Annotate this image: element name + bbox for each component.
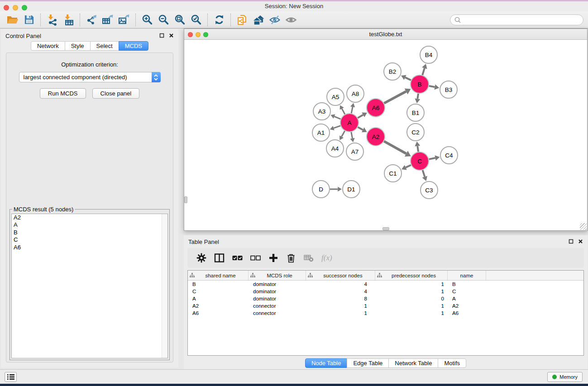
close-window-button[interactable] [4, 5, 9, 10]
zoom-window-button[interactable] [22, 5, 27, 10]
table-row[interactable]: Cdominator41C [188, 288, 583, 295]
close-panel-icon[interactable] [169, 33, 174, 38]
graph-node-A3[interactable]: A3 [313, 103, 330, 120]
add-column-button[interactable] [268, 253, 278, 263]
show-eye-button[interactable] [283, 13, 299, 27]
table-row[interactable]: Adominator80A [188, 295, 583, 302]
column-header-mcds-role[interactable]: MCDS role [249, 271, 306, 280]
delete-column-button[interactable] [286, 253, 296, 263]
graph-node-B[interactable]: B [411, 75, 429, 93]
export-table-button[interactable] [100, 13, 116, 27]
network-canvas[interactable]: AA1A2A3A4A5A6A7A8BB1B2B3B4CC1C2C3C4DD1 [184, 40, 587, 230]
graph-node-B3[interactable]: B3 [440, 81, 457, 98]
home-views-button[interactable] [250, 13, 267, 27]
graph-node-C4[interactable]: C4 [440, 147, 458, 164]
graph-node-C2[interactable]: C2 [407, 124, 424, 141]
graph-edge-A-A4[interactable] [342, 131, 345, 137]
close-panel-icon[interactable] [578, 239, 583, 244]
graph-node-B2[interactable]: B2 [384, 63, 401, 80]
hide-eye-button[interactable] [267, 13, 283, 27]
graph-edge-B-B1[interactable] [417, 94, 418, 99]
graph-node-D1[interactable]: D1 [343, 181, 360, 198]
graph-node-B4[interactable]: B4 [420, 46, 437, 63]
save-session-button[interactable] [21, 13, 37, 27]
zoom-selected-button[interactable] [188, 13, 204, 27]
vertical-scroll-thumb[interactable] [184, 196, 187, 203]
graph-edge-C-C2[interactable] [417, 146, 418, 152]
tab-select[interactable]: Select [90, 41, 119, 51]
graph-edge-C-C4[interactable] [429, 158, 435, 159]
graph-node-A8[interactable]: A8 [347, 85, 364, 102]
graph-node-A4[interactable]: A4 [326, 140, 344, 157]
graph-edge-A-A2[interactable] [358, 127, 363, 130]
graph-edge-B-B2[interactable] [405, 77, 411, 80]
float-panel-icon[interactable] [569, 239, 574, 244]
import-network-button[interactable] [44, 13, 60, 27]
graph-edge-B-B4[interactable] [422, 68, 425, 75]
refresh-layout-button[interactable] [211, 13, 227, 27]
horizontal-scroll-thumb[interactable] [382, 227, 389, 230]
task-history-button[interactable] [5, 372, 17, 382]
graph-edge-C-C1[interactable] [406, 165, 411, 167]
column-header-name[interactable]: name [448, 271, 486, 280]
graph-edge-C-C3[interactable] [423, 170, 425, 177]
export-image-button[interactable] [116, 13, 132, 27]
split-columns-button[interactable] [214, 253, 225, 263]
tab-style[interactable]: Style [65, 41, 91, 51]
graph-edge-A-A3[interactable] [335, 116, 341, 119]
memory-button[interactable]: Memory [547, 372, 583, 382]
graph-node-A5[interactable]: A5 [327, 88, 344, 105]
column-header-predecessor-nodes[interactable]: predecessor nodes [375, 271, 448, 280]
search-input[interactable] [463, 17, 579, 23]
tab-network[interactable]: Network [31, 41, 65, 51]
mcds-result-item[interactable]: B [12, 229, 167, 236]
graph-node-C1[interactable]: C1 [384, 165, 402, 182]
mcds-result-item[interactable]: A [12, 221, 167, 229]
export-network-button[interactable] [83, 13, 100, 27]
table-row[interactable]: A6connector11A6 [188, 310, 583, 317]
graph-edge-A-A5[interactable] [342, 109, 345, 114]
tab-motifs[interactable]: Motifs [438, 358, 466, 368]
search-field[interactable] [450, 14, 583, 25]
graph-node-A2[interactable]: A2 [367, 128, 385, 146]
zoom-out-button[interactable] [155, 13, 172, 27]
import-table-button[interactable] [60, 13, 76, 27]
graph-node-C[interactable]: C [411, 152, 429, 170]
function-builder-button[interactable]: f(x) [321, 253, 332, 262]
graph-node-C3[interactable]: C3 [421, 181, 438, 199]
network-window-titlebar[interactable]: testGlobe.txt [184, 29, 587, 40]
unchecked-boxes-button[interactable] [250, 255, 261, 261]
table-row[interactable]: A2connector11A2 [188, 302, 583, 310]
table-row[interactable]: Bdominator41B [188, 281, 583, 288]
table-remove-button[interactable] [304, 253, 314, 262]
mcds-result-item[interactable]: A2 [12, 214, 167, 221]
zoom-in-button[interactable] [139, 13, 155, 27]
graph-edge-B-B3[interactable] [429, 86, 435, 87]
zoom-fit-button[interactable] [172, 13, 188, 27]
mcds-result-list[interactable]: A2ABCA6 [11, 214, 168, 358]
close-panel-button[interactable]: Close panel [92, 88, 140, 99]
clone-network-button[interactable] [234, 13, 250, 27]
zoom-network-window-button[interactable] [203, 32, 208, 37]
graph-edge-A-A7[interactable] [351, 132, 353, 138]
graph-edge-A-A1[interactable] [334, 126, 340, 128]
close-network-window-button[interactable] [188, 32, 193, 37]
checked-boxes-button[interactable] [232, 255, 243, 261]
tab-mcds[interactable]: MCDS [119, 41, 148, 51]
graph-node-A7[interactable]: A7 [346, 143, 363, 160]
optimization-criterion-dropdown[interactable]: largest connected component (directed) [19, 72, 161, 82]
graph-node-B1[interactable]: B1 [407, 104, 424, 121]
tab-edge-table[interactable]: Edge Table [347, 358, 389, 368]
tab-network-table[interactable]: Network Table [388, 358, 438, 368]
column-header-shared-name[interactable]: shared name [188, 271, 249, 280]
column-header-successor-nodes[interactable]: successor nodes [306, 271, 375, 280]
float-panel-icon[interactable] [159, 33, 164, 38]
minimize-window-button[interactable] [13, 5, 18, 10]
graph-node-A[interactable]: A [340, 114, 359, 132]
open-session-button[interactable] [5, 13, 21, 27]
graph-edge-A6-B[interactable] [384, 91, 406, 103]
run-mcds-button[interactable]: Run MCDS [40, 88, 86, 99]
graph-node-A1[interactable]: A1 [312, 124, 330, 141]
mcds-result-item[interactable]: A6 [12, 244, 167, 251]
graph-edge-A-A6[interactable] [358, 115, 363, 118]
